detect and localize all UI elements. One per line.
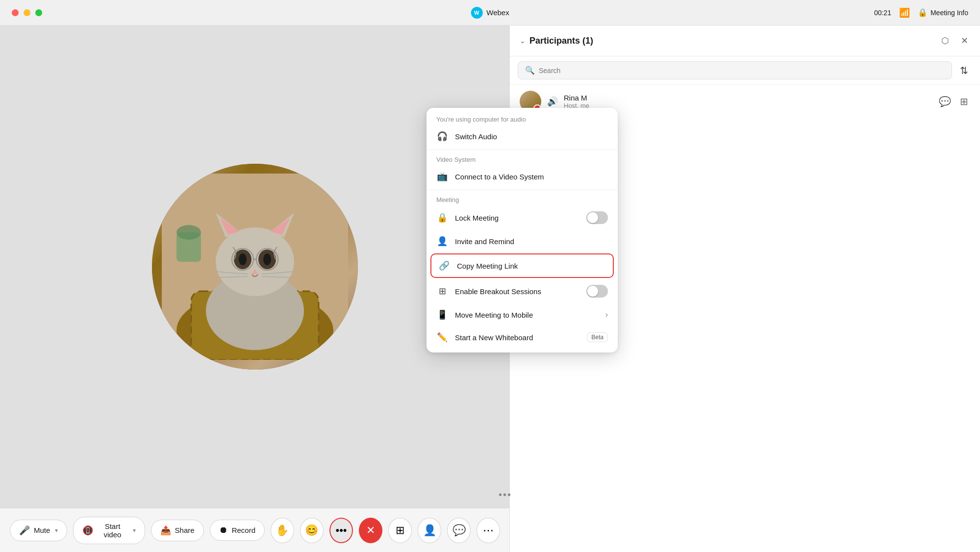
participant-info: Rina M Host, me [564,94,931,109]
invite-remind-item[interactable]: 👤 Invite and Remind [427,230,618,252]
cat-svg [162,174,348,360]
switch-audio-item[interactable]: 🎧 Switch Audio [427,125,618,148]
audio-indicator-icon: 🔊 [547,96,558,107]
lock-meeting-item[interactable]: 🔒 Lock Meeting [427,205,618,230]
move-mobile-item[interactable]: 📱 Move Meeting to Mobile › [427,303,618,326]
cat-image [152,164,358,370]
lock-meeting-label: Lock Meeting [455,214,579,222]
maximize-button[interactable] [35,9,42,16]
record-icon: ⏺ [219,525,228,535]
switch-audio-label: Switch Audio [455,132,608,141]
breakout-sessions-item[interactable]: ⊞ Enable Breakout Sessions [427,279,618,303]
more-options-button[interactable]: ••• [329,518,353,543]
video-off-icon: 📵 [82,525,93,536]
more-button[interactable]: ⋯ [477,518,500,543]
hand-icon: ✋ [276,524,289,537]
participants-button[interactable]: 👤 [418,518,441,543]
share-button[interactable]: 📤 Share [151,520,204,541]
webex-logo: W [471,7,482,19]
mute-label: Mute [34,526,50,534]
emoji-icon: 😊 [305,524,318,537]
chat-button[interactable]: 💬 [447,518,471,543]
chevron-right-icon: › [605,310,608,319]
titlebar-center: W Webex [471,7,509,19]
connect-video-label: Connect to a Video System [455,173,608,181]
mute-button[interactable]: 🎤 Mute ▾ [10,520,67,541]
participant-role: Host, me [564,102,931,109]
participants-header: ⌄ Participants (1) ⬡ ✕ [510,25,980,56]
divider-1 [427,150,618,150]
lock-toggle[interactable] [586,211,608,224]
record-label: Record [232,526,255,534]
more-icon: ••• [335,524,347,537]
layout-icon: ⊞ [396,524,404,537]
svg-point-13 [263,253,271,265]
signal-icon: 📶 [899,7,910,18]
start-video-button[interactable]: 📵 Start video ▾ [73,517,145,544]
bottom-toolbar: 🎤 Mute ▾ 📵 Start video ▾ 📤 Share ⏺ Recor… [0,508,510,552]
enable-breakout-label: Enable Breakout Sessions [455,287,579,296]
more-options-indicator: ••• [499,489,512,501]
raise-hand-button[interactable]: ✋ [271,518,294,543]
participant-more-button[interactable]: ⊞ [958,94,970,109]
search-row: 🔍 ⇅ [510,56,980,85]
headphone-icon: 🎧 [436,131,448,142]
window-controls [12,9,42,16]
more-horiz-icon: ⋯ [483,524,494,537]
video-caret-icon: ▾ [133,527,136,534]
breakout-icon: ⊞ [436,286,448,297]
close-panel-button[interactable]: ✕ [959,33,970,48]
titlebar: W Webex 00:21 📶 🔒 Meeting Info [0,0,980,25]
move-mobile-label: Move Meeting to Mobile [455,311,599,319]
meeting-info-button[interactable]: 🔒 Meeting Info [918,8,968,17]
audio-section-label: You're using computer for audio [427,112,618,125]
chat-icon: 💬 [452,524,466,537]
meeting-info-label: Meeting Info [930,9,968,17]
svg-point-5 [216,227,294,296]
participants-title: Participants (1) [529,36,593,46]
divider-2 [427,190,618,190]
participant-chat-button[interactable]: 💬 [937,94,953,109]
participant-name: Rina M [564,94,931,102]
share-label: Share [175,526,195,534]
end-call-icon: ✕ [366,524,375,537]
participants-icon: 👤 [423,524,436,537]
mute-caret-icon: ▾ [55,527,58,534]
breakout-toggle[interactable] [586,285,608,298]
invite-icon: 👤 [436,236,448,247]
toggle-knob [587,212,598,223]
record-button[interactable]: ⏺ Record [210,520,265,541]
lock-icon: 🔒 [436,212,448,223]
link-icon: 🔗 [438,260,450,271]
meeting-section-label: Meeting [427,192,618,205]
popout-button[interactable]: ⬡ [939,33,951,48]
dropdown-menu: You're using computer for audio 🎧 Switch… [427,108,618,352]
start-video-label: Start video [97,522,127,539]
minimize-button[interactable] [24,9,30,16]
invite-remind-label: Invite and Remind [455,237,608,246]
reactions-button[interactable]: 😊 [300,518,324,543]
video-section-label: Video System [427,152,618,165]
search-input[interactable] [539,67,945,75]
close-button[interactable] [12,9,19,16]
sort-button[interactable]: ⇅ [956,63,972,78]
mic-icon: 🎤 [19,525,30,536]
chevron-down-icon[interactable]: ⌄ [520,37,526,45]
whiteboard-item[interactable]: ✏️ Start a New Whiteboard Beta [427,326,618,349]
meeting-timer: 00:21 [874,9,891,17]
share-icon: 📤 [160,525,171,536]
titlebar-right: 00:21 📶 🔒 Meeting Info [874,7,968,18]
connect-video-item[interactable]: 📺 Connect to a Video System [427,165,618,188]
layout-button[interactable]: ⊞ [388,518,412,543]
copy-link-item[interactable]: 🔗 Copy Meeting Link [430,253,614,278]
participant-video [152,164,358,370]
app-title: Webex [486,8,509,17]
copy-link-label: Copy Meeting Link [457,262,606,270]
beta-badge: Beta [587,332,608,342]
search-bar: 🔍 [518,61,952,79]
whiteboard-label: Start a New Whiteboard [455,333,580,342]
breakout-toggle-knob [587,286,598,297]
end-call-button[interactable]: ✕ [359,518,382,543]
svg-point-12 [239,253,247,265]
whiteboard-icon: ✏️ [436,332,448,343]
